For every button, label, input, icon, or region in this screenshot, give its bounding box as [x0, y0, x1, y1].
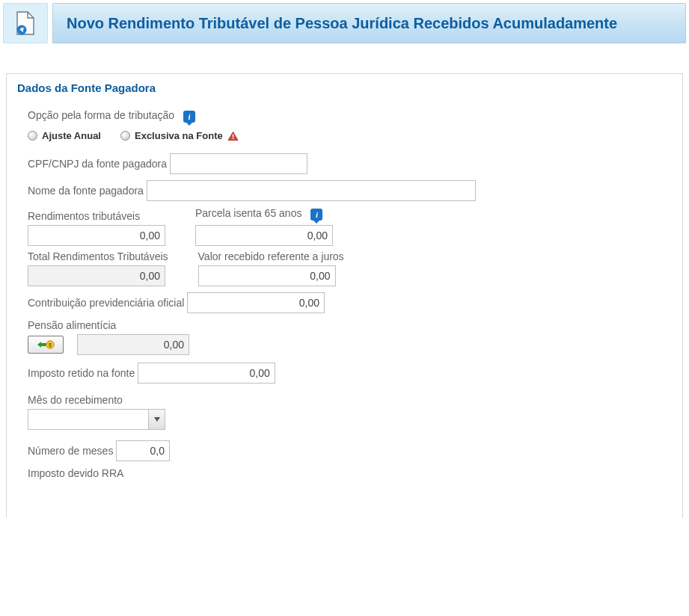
svg-rect-2 — [233, 138, 234, 139]
num-meses-label: Número de meses — [28, 445, 113, 457]
header-bar: Novo Rendimento Tributável de Pessoa Jur… — [0, 0, 689, 43]
panel-title: Dados da Fonte Pagadora — [7, 74, 682, 102]
radio-circle-icon — [28, 131, 37, 141]
back-document-button[interactable] — [3, 3, 48, 43]
pensao-label: Pensão alimentícia — [28, 319, 116, 331]
nome-fonte-label: Nome da fonte pagadora — [28, 185, 144, 197]
radio-exclusiva-fonte[interactable]: Exclusiva na Fonte — [120, 130, 239, 141]
money-icon: $ — [36, 339, 55, 351]
panel-dados-fonte: Dados da Fonte Pagadora Opção pela forma… — [6, 73, 683, 518]
info-icon[interactable]: i — [183, 111, 195, 123]
radio-exclusiva-label: Exclusiva na Fonte — [135, 130, 223, 141]
cpf-cnpj-label: CPF/CNPJ da fonte pagadora — [28, 158, 167, 170]
parcela65-input[interactable] — [195, 225, 333, 246]
document-back-icon — [14, 10, 37, 36]
total-rend-label: Total Rendimentos Tributáveis — [28, 250, 168, 262]
valor-juros-label: Valor recebido referente a juros — [198, 250, 344, 262]
page-title: Novo Rendimento Tributável de Pessoa Jur… — [67, 15, 617, 32]
taxation-radio-group: Ajuste Anual Exclusiva na Fonte — [28, 130, 661, 141]
imposto-retido-label: Imposto retido na fonte — [28, 367, 135, 379]
info-icon[interactable]: i — [310, 209, 322, 221]
dropdown-button[interactable] — [148, 410, 165, 429]
cpf-cnpj-input[interactable] — [170, 153, 307, 174]
imposto-rra-label: Imposto devido RRA — [28, 467, 123, 479]
contrib-prev-input[interactable] — [187, 292, 325, 313]
nome-fonte-input[interactable] — [147, 180, 476, 201]
num-meses-input[interactable] — [116, 440, 170, 461]
contrib-prev-label: Contribuição previdenciária oficial — [28, 297, 184, 309]
rend-trib-label: Rendimentos tributáveis — [28, 210, 165, 222]
pensao-action-button[interactable]: $ — [28, 336, 64, 354]
parcela65-label: Parcela isenta 65 anos — [195, 207, 301, 219]
total-rend-input — [28, 265, 165, 286]
svg-rect-1 — [233, 134, 234, 137]
mes-receb-value — [28, 410, 148, 429]
mes-receb-select[interactable] — [28, 409, 165, 430]
form-body: Opção pela forma de tributação i Ajuste … — [7, 102, 682, 482]
page-title-box: Novo Rendimento Tributável de Pessoa Jur… — [52, 3, 686, 43]
valor-juros-input[interactable] — [198, 265, 336, 286]
rend-trib-input[interactable] — [28, 225, 165, 246]
svg-text:$: $ — [49, 342, 52, 348]
taxation-option-label: Opção pela forma de tributação — [28, 109, 174, 121]
warning-icon — [227, 131, 239, 141]
radio-ajuste-anual[interactable]: Ajuste Anual — [28, 130, 101, 141]
pensao-input — [77, 334, 189, 355]
radio-circle-icon — [120, 131, 130, 141]
imposto-retido-input[interactable] — [138, 363, 275, 384]
chevron-down-icon — [154, 417, 160, 422]
radio-ajuste-label: Ajuste Anual — [42, 130, 101, 141]
mes-receb-label: Mês do recebimento — [28, 394, 123, 406]
